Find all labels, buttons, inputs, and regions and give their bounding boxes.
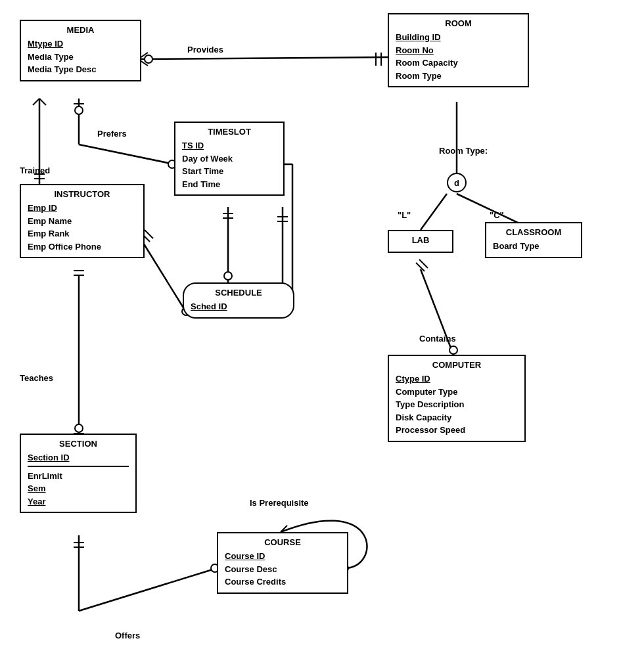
section-title: SECTION <box>28 439 129 449</box>
section-entity: SECTION Section ID EnrLimit Sem Year <box>20 434 137 513</box>
svg-line-31 <box>419 259 428 268</box>
instructor-entity: INSTRUCTOR Emp ID Emp Name Emp Rank Emp … <box>20 184 145 258</box>
computer-attr-3: Type Description <box>396 398 518 411</box>
schedule-entity: SCHEDULE Sched ID <box>183 282 294 319</box>
disjoint-label: d <box>454 178 459 188</box>
instructor-attr-3: Emp Rank <box>28 227 137 240</box>
computer-attr-4: Disk Capacity <box>396 411 518 424</box>
svg-line-24 <box>145 230 153 238</box>
instructor-attr-1: Emp ID <box>28 202 137 215</box>
c-label: "C" <box>490 210 504 220</box>
svg-point-12 <box>75 106 83 114</box>
classroom-attr-1: Board Type <box>493 240 574 253</box>
computer-attr-1: Ctype ID <box>396 372 518 386</box>
trained-label: Trained <box>20 166 50 175</box>
classroom-title: CLASSROOM <box>493 227 574 237</box>
section-attr-3: Sem <box>28 482 129 495</box>
lab-entity: LAB <box>388 230 453 253</box>
svg-point-34 <box>449 346 457 354</box>
course-title: COURSE <box>225 537 340 547</box>
timeslot-attr-4: End Time <box>182 178 277 191</box>
svg-line-0 <box>138 57 388 59</box>
svg-point-38 <box>75 424 83 432</box>
prefers-label: Prefers <box>97 129 127 139</box>
svg-line-7 <box>79 145 174 164</box>
section-attr-1: Section ID <box>28 451 129 464</box>
computer-attr-2: Computer Type <box>396 386 518 399</box>
svg-point-21 <box>224 272 232 280</box>
instructor-title: INSTRUCTOR <box>28 189 137 199</box>
room-attr-2: Room No <box>396 44 521 57</box>
svg-line-47 <box>281 525 287 532</box>
course-attr-3: Course Credits <box>225 575 340 589</box>
room-attr-3: Room Capacity <box>396 56 521 70</box>
contains-label: Contains <box>419 334 456 344</box>
computer-title: COMPUTER <box>396 360 518 370</box>
svg-line-17 <box>39 99 46 105</box>
computer-attr-5: Processor Speed <box>396 424 518 437</box>
svg-line-30 <box>416 263 425 271</box>
svg-line-27 <box>421 194 447 230</box>
media-attr-1: Mtype ID <box>28 37 133 51</box>
teaches-label: Teaches <box>20 373 53 383</box>
computer-entity: COMPUTER Ctype ID Computer Type Type Des… <box>388 355 526 442</box>
section-attr-4: Year <box>28 495 129 508</box>
timeslot-attr-3: Start Time <box>182 165 277 178</box>
course-attr-2: Course Desc <box>225 563 340 576</box>
room-type-label: Room Type: <box>439 146 488 156</box>
svg-line-22 <box>141 240 184 309</box>
schedule-attr-1: Sched ID <box>191 300 287 313</box>
course-attr-1: Course ID <box>225 550 340 563</box>
instructor-attr-4: Emp Office Phone <box>28 240 137 254</box>
timeslot-attr-2: Day of Week <box>182 152 277 166</box>
room-attr-4: Room Type <box>396 70 521 83</box>
provides-label: Provides <box>187 45 223 55</box>
course-entity: COURSE Course ID Course Desc Course Cred… <box>217 532 348 594</box>
media-entity: MEDIA Mtype ID Media Type Media Type Des… <box>20 20 141 81</box>
lab-title: LAB <box>396 235 446 245</box>
section-attr-2: EnrLimit <box>28 470 129 483</box>
offers-label: Offers <box>115 631 140 640</box>
media-attr-2: Media Type <box>28 51 133 64</box>
room-entity: ROOM Building ID Room No Room Capacity R… <box>388 13 529 87</box>
media-attr-3: Media Type Desc <box>28 63 133 76</box>
is-prereq-label: Is Prerequisite <box>250 498 309 508</box>
room-title: ROOM <box>396 18 521 28</box>
media-title: MEDIA <box>28 25 133 35</box>
l-label: "L" <box>398 210 411 220</box>
timeslot-entity: TIMESLOT TS ID Day of Week Start Time En… <box>174 122 285 196</box>
svg-line-16 <box>33 99 39 105</box>
timeslot-title: TIMESLOT <box>182 127 277 137</box>
svg-point-3 <box>145 55 152 63</box>
room-attr-1: Building ID <box>396 31 521 44</box>
erd-diagram: MEDIA Mtype ID Media Type Media Type Des… <box>0 0 644 670</box>
timeslot-attr-1: TS ID <box>182 139 277 152</box>
classroom-entity: CLASSROOM Board Type <box>485 222 582 258</box>
svg-line-28 <box>457 194 519 223</box>
disjoint-circle: d <box>447 173 467 192</box>
instructor-attr-2: Emp Name <box>28 215 137 228</box>
schedule-title: SCHEDULE <box>191 288 287 298</box>
svg-line-41 <box>79 568 217 611</box>
